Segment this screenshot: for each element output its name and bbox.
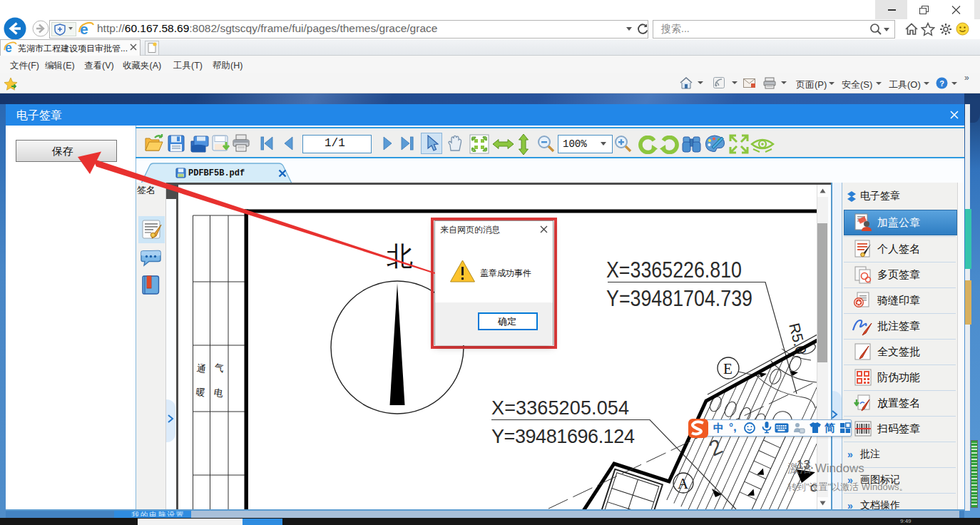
- svg-text:?: ?: [939, 79, 944, 88]
- svg-text:X=3365205.054: X=3365205.054: [491, 397, 629, 419]
- svg-text:通: 通: [196, 362, 207, 374]
- svg-text:气: 气: [214, 362, 225, 374]
- svg-text:Y=39481704.739: Y=39481704.739: [606, 286, 752, 311]
- svg-text:X=3365226.810: X=3365226.810: [606, 258, 742, 282]
- svg-text:Y=39481696.124: Y=39481696.124: [491, 426, 635, 447]
- svg-text:北: 北: [387, 242, 413, 271]
- svg-text:E: E: [723, 360, 733, 377]
- svg-text:暖: 暖: [195, 386, 206, 398]
- svg-text:电: 电: [213, 387, 224, 399]
